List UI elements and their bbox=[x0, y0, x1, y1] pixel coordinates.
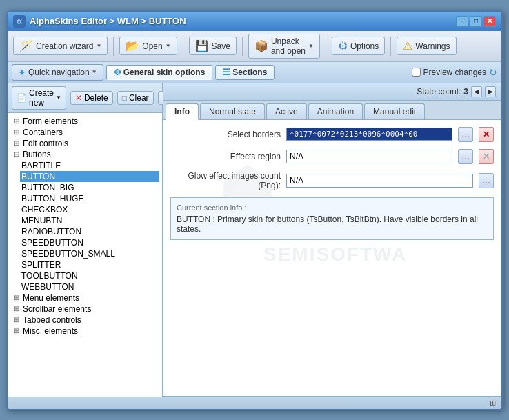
tree-item-splitter[interactable]: SPLITTER bbox=[20, 259, 159, 270]
tree-item-speedbutton-small[interactable]: SPEEDBUTTON_SMALL bbox=[20, 248, 159, 259]
options-icon: ⚙ bbox=[338, 39, 348, 52]
bartitle-label: BARTITLE bbox=[21, 161, 61, 170]
tab-normal-state[interactable]: Normal state bbox=[200, 103, 265, 119]
tab-manual-edit[interactable]: Manual edit bbox=[364, 103, 425, 119]
window-title: AlphaSkins Editor > WLM > BUTTON bbox=[30, 16, 456, 26]
expand-containers[interactable]: ⊞ bbox=[12, 128, 21, 136]
create-new-arrow[interactable]: ▼ bbox=[56, 94, 61, 101]
app-icon: α bbox=[13, 15, 26, 28]
expand-edit-controls[interactable]: ⊞ bbox=[12, 139, 21, 147]
expand-tabbed-controls[interactable]: ⊞ bbox=[12, 316, 21, 323]
tree-item-scrollbar-elements[interactable]: ⊞ Scrollbar elements bbox=[10, 303, 159, 314]
state-next-button[interactable]: ▶ bbox=[485, 86, 496, 97]
creation-wizard-button[interactable]: 🪄 Creation wizard ▼ bbox=[13, 37, 108, 55]
tree-item-tabbed-controls[interactable]: ⊞ Tabbed controls bbox=[10, 314, 159, 326]
glow-effect-input[interactable] bbox=[286, 174, 473, 188]
tree-item-button-big[interactable]: BUTTON_BIG bbox=[20, 182, 159, 193]
clear-button[interactable]: □ Clear bbox=[117, 91, 154, 105]
expand-scrollbar-elements[interactable]: ⊞ bbox=[12, 305, 21, 312]
tree-item-misc-elements[interactable]: ⊞ Misc. elements bbox=[10, 326, 159, 337]
tab-normal-state-label: Normal state bbox=[209, 107, 256, 117]
tree-item-speedbutton[interactable]: SPEEDBUTTON bbox=[20, 237, 159, 248]
tab-manual-edit-label: Manual edit bbox=[373, 107, 416, 117]
expand-form-elements[interactable]: ⊞ bbox=[12, 117, 21, 125]
tab-animation[interactable]: Animation bbox=[308, 103, 363, 119]
state-count-container: State count: 3 ◀ ▶ bbox=[417, 86, 496, 97]
toolbar-sep-1 bbox=[113, 37, 114, 56]
status-bar: ⊞ bbox=[8, 397, 501, 409]
preview-refresh-icon[interactable]: ↻ bbox=[489, 67, 497, 78]
effects-region-input[interactable] bbox=[286, 150, 452, 163]
expand-misc-elements[interactable]: ⊞ bbox=[12, 327, 21, 334]
quick-nav-arrow[interactable]: ▼ bbox=[92, 69, 97, 75]
select-borders-clear-button[interactable]: ✕ bbox=[479, 127, 494, 142]
creation-wizard-arrow[interactable]: ▼ bbox=[96, 43, 101, 49]
close-button[interactable]: ✕ bbox=[483, 16, 496, 27]
edit-controls-label: Edit controls bbox=[23, 139, 68, 148]
glow-browse-button[interactable]: … bbox=[479, 173, 494, 188]
open-button[interactable]: 📂 Open ▼ bbox=[119, 37, 177, 55]
clear-label: Clear bbox=[129, 93, 149, 103]
browse-icon: … bbox=[461, 130, 470, 139]
effects-region-browse-button[interactable]: … bbox=[458, 149, 473, 164]
options-label: Options bbox=[350, 41, 379, 51]
tree-item-button-huge[interactable]: BUTTON_HUGE bbox=[20, 193, 159, 204]
sections-label: Sections bbox=[232, 68, 267, 77]
maximize-button[interactable]: □ bbox=[470, 16, 482, 27]
tree-item-bartitle[interactable]: BARTITLE bbox=[20, 160, 159, 171]
glow-effect-row: Glow effect images count (Png): … bbox=[170, 171, 494, 190]
button-huge-label: BUTTON_HUGE bbox=[21, 194, 83, 203]
select-borders-input[interactable] bbox=[286, 128, 452, 141]
minimize-button[interactable]: – bbox=[456, 16, 468, 27]
tree-item-form-elements[interactable]: ⊞ Form elements bbox=[10, 116, 159, 127]
delete-icon: ✕ bbox=[75, 93, 82, 103]
tree-item-toolbutton[interactable]: TOOLBUTTON bbox=[20, 270, 159, 281]
nav-icon: ✦ bbox=[18, 67, 26, 78]
create-new-label: Create new bbox=[29, 88, 54, 108]
unpack-arrow[interactable]: ▼ bbox=[308, 43, 314, 49]
open-arrow[interactable]: ▼ bbox=[166, 43, 171, 49]
tree-item-menu-elements[interactable]: ⊞ Menu elements bbox=[10, 292, 159, 303]
state-prev-button[interactable]: ◀ bbox=[471, 86, 482, 97]
tree-item-button[interactable]: BUTTON bbox=[20, 171, 159, 182]
tree-item-containers[interactable]: ⊞ Containers bbox=[10, 127, 159, 138]
left-toolbar: 📄 Create new ▼ ✕ Delete □ Clear ⬇ Import bbox=[8, 83, 162, 113]
effects-region-clear-button[interactable]: ✕ bbox=[479, 149, 494, 164]
effects-clear-icon: ✕ bbox=[483, 152, 490, 161]
folder-icon: 📂 bbox=[126, 39, 139, 52]
select-borders-browse-button[interactable]: … bbox=[458, 127, 473, 142]
expand-buttons[interactable]: ⊟ bbox=[12, 150, 21, 158]
unpack-label: Unpack and open bbox=[271, 37, 306, 56]
unpack-open-button[interactable]: 📦 Unpack and open ▼ bbox=[248, 34, 320, 59]
toolbar-sep-5 bbox=[390, 37, 391, 56]
tree-item-menubtn[interactable]: MENUBTN bbox=[20, 215, 159, 226]
tree-item-checkbox[interactable]: CHECKBOX bbox=[20, 204, 159, 215]
splitter-label: SPLITTER bbox=[21, 260, 61, 270]
left-panel: 📄 Create new ▼ ✕ Delete □ Clear ⬇ Import bbox=[8, 83, 163, 397]
delete-button[interactable]: ✕ Delete bbox=[70, 91, 113, 105]
tree-item-edit-controls[interactable]: ⊞ Edit controls bbox=[10, 138, 159, 149]
tab-info-label: Info bbox=[174, 107, 190, 117]
scrollbar-elements-label: Scrollbar elements bbox=[23, 304, 91, 314]
menu-elements-label: Menu elements bbox=[23, 293, 79, 303]
tree-item-webbutton[interactable]: WEBBUTTON bbox=[20, 281, 159, 292]
preview-changes-container: Preview changes ↻ bbox=[412, 67, 497, 78]
expand-menu-elements[interactable]: ⊞ bbox=[12, 294, 21, 301]
save-button[interactable]: 💾 Save bbox=[189, 37, 237, 55]
warnings-button[interactable]: ⚠ Warnings bbox=[397, 37, 456, 55]
tab-info[interactable]: Info bbox=[166, 103, 199, 120]
options-button[interactable]: ⚙ Options bbox=[332, 37, 385, 55]
main-toolbar: 🪄 Creation wizard ▼ 📂 Open ▼ 💾 Save 📦 Un… bbox=[8, 31, 501, 62]
main-window: α AlphaSkins Editor > WLM > BUTTON – □ ✕… bbox=[6, 10, 503, 410]
create-new-button[interactable]: 📄 Create new ▼ bbox=[12, 86, 66, 110]
effects-region-label: Effects region bbox=[170, 152, 281, 161]
tree-item-buttons[interactable]: ⊟ Buttons bbox=[10, 149, 159, 160]
general-options-tab[interactable]: ⚙ General skin options bbox=[106, 65, 213, 80]
nav-bar: ✦ Quick navigation ▼ ⚙ General skin opti… bbox=[8, 62, 501, 83]
quick-navigation-button[interactable]: ✦ Quick navigation ▼ bbox=[12, 64, 103, 81]
tree-item-radiobutton[interactable]: RADIOBUTTON bbox=[20, 226, 159, 237]
preview-changes-checkbox[interactable] bbox=[412, 68, 421, 77]
state-count-value: 3 bbox=[463, 87, 468, 97]
tab-active[interactable]: Active bbox=[266, 103, 307, 119]
sections-tab[interactable]: ☰ Sections bbox=[215, 65, 275, 80]
